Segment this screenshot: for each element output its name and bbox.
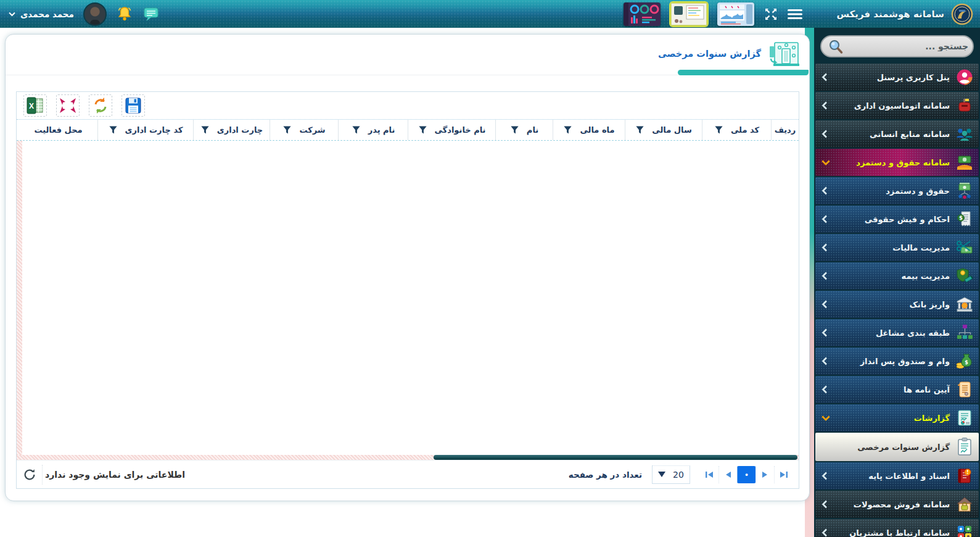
sidebar-item[interactable]: حقوق و دستمزد: [815, 177, 979, 204]
sidebar-item-label: واریز بانک: [836, 300, 950, 309]
sidebar-item[interactable]: سامانه منابع انسانی: [815, 120, 979, 148]
horizontal-scrollbar-thumb[interactable]: [434, 455, 797, 460]
sidebar-item[interactable]: گزارش سنوات مرخصی: [815, 433, 979, 461]
sidebar-item[interactable]: واریز بانک: [815, 291, 979, 318]
column-header[interactable]: کد ملی: [702, 120, 771, 140]
sidebar-item[interactable]: سامانه فروش محصولات: [815, 491, 979, 518]
sidebar-item[interactable]: وام و صندوق پس انداز$: [815, 348, 979, 375]
refresh-button[interactable]: [22, 465, 43, 485]
leave-report-icon: [767, 39, 801, 69]
save-icon: [124, 96, 142, 115]
tab-label: گزارش سنوات مرخصی: [658, 49, 761, 59]
crm-icon: [955, 523, 974, 537]
filter-funnel-icon[interactable]: [510, 125, 519, 135]
next-page-button[interactable]: [756, 466, 774, 483]
chevron-left-icon: [821, 101, 830, 110]
chat-icon[interactable]: [142, 6, 160, 22]
filter-funnel-icon[interactable]: [352, 125, 361, 135]
filter-funnel-icon[interactable]: [563, 125, 572, 135]
vertical-scrollbar[interactable]: [17, 141, 22, 455]
chevron-left-icon: [821, 272, 830, 280]
column-header[interactable]: ردیف: [771, 120, 799, 140]
per-page-select[interactable]: 20: [652, 465, 690, 484]
user-menu[interactable]: محمد محمدی: [9, 9, 74, 19]
dashboard-light-thumbnail[interactable]: [717, 2, 754, 26]
filter-funnel-icon[interactable]: [109, 125, 118, 135]
app-title: سامانه هوشمند فریکس: [836, 9, 944, 20]
sidebar-item-label: احکام و فیش حقوقی: [836, 215, 950, 224]
savings-icon: $: [955, 352, 974, 370]
sidebar-item-label: اسناد و اطلاعات پایه: [836, 472, 950, 481]
people-icon: [955, 125, 974, 143]
column-header[interactable]: شرکت: [270, 120, 338, 140]
column-header-label: سال مالی: [652, 125, 691, 135]
column-header[interactable]: ماه مالی: [553, 120, 625, 140]
excel-export-button[interactable]: X: [23, 94, 47, 117]
topbar: سامانه هوشمند فریکس محمد محمدی: [0, 0, 980, 28]
sidebar-item[interactable]: آیین نامه ها: [815, 376, 979, 403]
sidebar-item[interactable]: احکام و فیش حقوقی$: [815, 206, 979, 233]
money-hand-icon: [955, 153, 974, 172]
column-header[interactable]: نام: [495, 120, 553, 140]
column-header[interactable]: چارت اداری: [193, 120, 270, 140]
sidebar-item-label: سامانه فروش محصولات: [836, 500, 950, 509]
tab-leave-report[interactable]: گزارش سنوات مرخصی: [658, 39, 801, 69]
bell-icon[interactable]: [116, 6, 133, 23]
column-header[interactable]: نام خانوادگی: [408, 120, 495, 140]
sidebar-menu: پنل کاربری پرسنلسامانه اتوماسیون اداریسا…: [814, 64, 980, 537]
chevron-left-icon: [821, 215, 830, 223]
sidebar-item[interactable]: پنل کاربری پرسنل: [815, 64, 979, 91]
sidebar-item[interactable]: گزارشات: [815, 404, 979, 431]
filter-funnel-icon[interactable]: [635, 125, 644, 135]
workspace-thumbnails: [624, 0, 802, 28]
chevron-left-icon: [821, 186, 830, 195]
column-header[interactable]: محل فعالیت: [19, 120, 97, 140]
shield-wing-logo-icon: [950, 2, 974, 26]
collapse-columns-button[interactable]: [56, 94, 80, 117]
whiteboard-thumbnail[interactable]: [670, 2, 707, 26]
save-button[interactable]: [121, 94, 145, 117]
filter-funnel-icon[interactable]: [200, 125, 210, 135]
chevron-down-icon: [821, 159, 830, 166]
tab-row: گزارش سنوات مرخصی: [6, 35, 809, 75]
bank-icon: [955, 295, 974, 314]
filter-funnel-icon[interactable]: [714, 125, 723, 135]
sync-button[interactable]: [89, 94, 112, 117]
sidebar-item[interactable]: طبقه بندی مشاغل: [815, 319, 979, 346]
sidebar: پنل کاربری پرسنلسامانه اتوماسیون اداریسا…: [814, 28, 980, 537]
sidebar-item[interactable]: سامانه اتوماسیون اداری: [815, 92, 979, 119]
sidebar-item-label: سامانه حقوق و دستمزد: [836, 158, 950, 167]
sidebar-item[interactable]: مدیریت بیمه: [815, 262, 979, 289]
chevron-left-icon: [821, 528, 830, 537]
first-page-button[interactable]: [700, 466, 719, 483]
sync-icon: [91, 96, 110, 115]
analytics-dark-thumbnail[interactable]: [624, 2, 661, 26]
fullscreen-icon[interactable]: [764, 7, 778, 21]
column-header[interactable]: سال مالی: [625, 120, 702, 140]
filter-funnel-icon[interactable]: [418, 125, 427, 135]
sidebar-item-label: آیین نامه ها: [836, 385, 950, 394]
filter-funnel-icon[interactable]: [282, 125, 292, 135]
sidebar-search: [820, 35, 974, 57]
column-header-label: شرکت: [299, 125, 325, 135]
column-header-label: محل فعالیت: [34, 125, 82, 135]
hamburger-icon[interactable]: [788, 8, 802, 20]
sidebar-item[interactable]: مدیریت مالیات: [815, 234, 979, 261]
sidebar-item[interactable]: سامانه حقوق و دستمزد: [815, 149, 979, 176]
main-content-card: گزارش سنوات مرخصی X ردیفکد ملیسال: [5, 34, 810, 501]
brand: سامانه هوشمند فریکس: [836, 0, 974, 28]
sidebar-item-label: سامانه اتوماسیون اداری: [836, 101, 950, 110]
last-page-button[interactable]: [774, 466, 793, 483]
sidebar-item[interactable]: اسناد و اطلاعات پایه!: [815, 462, 979, 489]
prev-page-button[interactable]: [719, 466, 737, 483]
sidebar-item[interactable]: سامانه ارتباط با مشتریان: [815, 519, 979, 537]
column-header[interactable]: کد چارت اداری: [97, 120, 193, 140]
avatar[interactable]: [83, 2, 107, 26]
column-header[interactable]: نام پدر: [338, 120, 408, 140]
current-page-button[interactable]: •: [737, 466, 756, 483]
column-header-label: ماه مالی: [580, 125, 614, 135]
sidebar-item-label: سامانه ارتباط با مشتریان: [836, 528, 950, 537]
horizontal-scrollbar[interactable]: [17, 455, 799, 460]
documents-icon: !: [955, 467, 974, 485]
search-input[interactable]: [847, 41, 968, 51]
